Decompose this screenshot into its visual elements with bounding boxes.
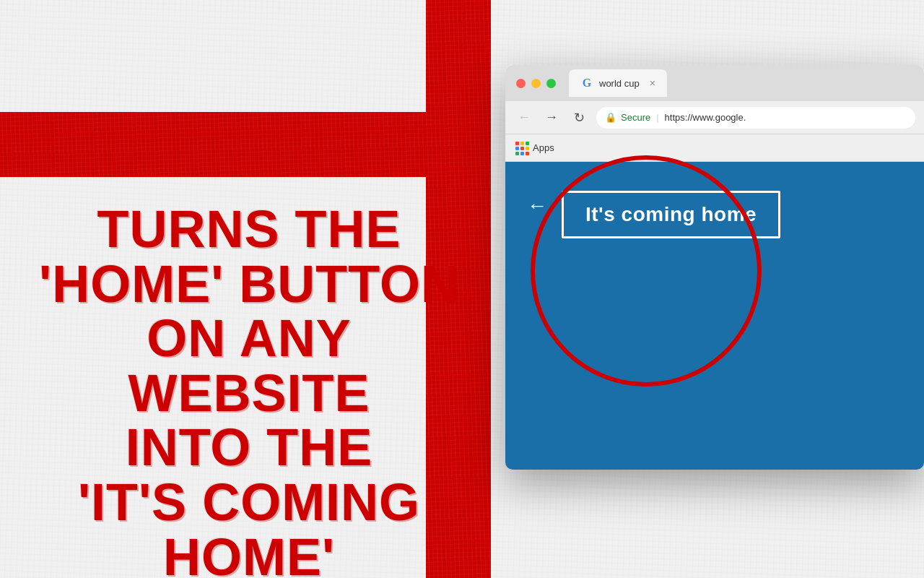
lock-icon: 🔒 — [605, 112, 616, 123]
back-icon: ← — [518, 110, 531, 125]
secure-label: Secure — [621, 112, 650, 123]
headline-text: TURNS THE 'HOME' BUTTON ON ANY WEBSITE I… — [36, 202, 462, 578]
apps-dot — [515, 142, 519, 145]
google-g-icon: G — [580, 77, 593, 90]
coming-home-button[interactable]: It's coming home — [562, 191, 780, 238]
headline-line3: ON ANY WEBSITE — [36, 311, 462, 420]
apps-dot — [520, 147, 524, 150]
apps-dot — [515, 147, 519, 150]
apps-dot — [526, 152, 529, 155]
left-content: TURNS THE 'HOME' BUTTON ON ANY WEBSITE I… — [0, 188, 491, 578]
browser-content: ← It's coming home — [505, 162, 924, 470]
apps-dot — [515, 152, 519, 155]
url-text: https://www.google. — [665, 112, 746, 123]
address-bar-row: ← → ↻ 🔒 Secure | https://www.google. — [505, 101, 924, 134]
tab-title: world cup — [599, 78, 640, 89]
forward-icon: → — [545, 110, 558, 125]
close-button[interactable] — [516, 79, 526, 88]
content-back-button[interactable]: ← — [527, 194, 547, 217]
separator: | — [656, 112, 658, 123]
minimize-button[interactable] — [531, 79, 541, 88]
bookmarks-bar: Apps — [505, 134, 924, 162]
apps-grid-icon — [515, 142, 528, 155]
headline-line5: 'IT'S COMING HOME' — [36, 475, 462, 578]
refresh-button[interactable]: ↻ — [569, 108, 589, 128]
apps-dot — [520, 152, 524, 155]
tab-area: G world cup × — [569, 69, 913, 97]
headline-line2: 'HOME' BUTTON — [36, 257, 462, 312]
back-button[interactable]: ← — [514, 108, 534, 128]
tab-close-button[interactable]: × — [650, 77, 655, 89]
browser-window: G world cup × ← → ↻ 🔒 Secure | https://w… — [505, 65, 924, 470]
headline-line1: TURNS THE — [36, 202, 462, 257]
coming-home-label: It's coming home — [585, 203, 757, 225]
title-bar: G world cup × — [505, 65, 924, 101]
apps-dot — [526, 147, 529, 150]
browser-tab[interactable]: G world cup × — [569, 69, 667, 97]
address-field[interactable]: 🔒 Secure | https://www.google. — [596, 107, 915, 129]
maximize-button[interactable] — [546, 79, 556, 88]
headline-line4: INTO THE — [36, 420, 462, 475]
apps-dot — [520, 142, 524, 145]
forward-button[interactable]: → — [541, 108, 562, 128]
apps-dot — [526, 142, 529, 145]
refresh-icon: ↻ — [574, 110, 585, 126]
content-back-icon: ← — [527, 194, 547, 217]
apps-label[interactable]: Apps — [533, 142, 554, 153]
flag-cross-horizontal — [0, 112, 491, 177]
traffic-lights — [516, 79, 556, 88]
